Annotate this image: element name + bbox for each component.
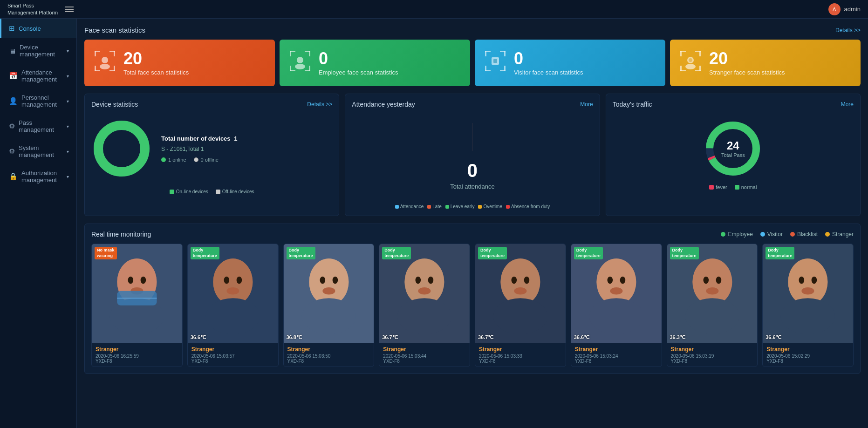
svg-point-94 xyxy=(802,287,814,295)
att-dot-absence xyxy=(506,205,510,209)
monitor-device: YXD-F8 xyxy=(191,359,274,364)
device-stats-header: Device statistics Details >> xyxy=(91,101,332,108)
svg-rect-5 xyxy=(95,66,96,71)
monitor-time: 2020-05-06 15:03:33 xyxy=(479,353,562,359)
sidebar-item-label: Attendance management xyxy=(21,69,67,83)
traffic-header: Today's traffic More xyxy=(613,101,854,108)
monitor-badge: Bodytemperature xyxy=(382,247,411,259)
stat-text-visitor: 0 Visitor face scan statistics xyxy=(514,50,583,76)
monitor-thumbnail: Bodytemperature36.8℃ xyxy=(284,244,374,343)
monitor-card[interactable]: Bodytemperature36.6℃ Stranger2020-05-06 … xyxy=(187,244,279,367)
sidebar-item-attendance[interactable]: 📅 Attendance management ▾ xyxy=(0,63,76,88)
traffic-count: 24 xyxy=(721,139,745,152)
online-legend: 1 online xyxy=(161,157,186,163)
monitor-card[interactable]: Bodytemperature36.7℃ Stranger2020-05-06 … xyxy=(379,244,470,367)
monitor-badge: Bodytemperature xyxy=(670,247,699,259)
monitor-device: YXD-F8 xyxy=(383,359,466,364)
employee-scan-icon xyxy=(289,50,311,76)
normal-label: normal xyxy=(741,184,757,190)
device-stats-details[interactable]: Details >> xyxy=(307,101,332,108)
offline-device-box xyxy=(216,190,220,194)
attendance-more[interactable]: More xyxy=(580,101,593,108)
fever-label: fever xyxy=(716,184,727,190)
monitor-card[interactable]: Bodytemperature36.3℃ Stranger2020-05-06 … xyxy=(667,244,758,367)
sidebar-item-console[interactable]: ⊞ Console xyxy=(0,19,76,38)
fever-legend: fever xyxy=(709,184,727,190)
att-dot-overtime xyxy=(478,205,482,209)
monitoring-header: Real time monitoring Employee Visitor Bl… xyxy=(91,231,854,238)
monitor-card[interactable]: No maskwearing Stranger2020-05-06 16:25:… xyxy=(91,244,183,367)
svg-point-95 xyxy=(781,298,835,334)
main-content: Face scan statistics Details >> xyxy=(77,19,868,428)
svg-point-8 xyxy=(102,57,108,63)
svg-point-75 xyxy=(524,277,530,284)
monitor-type: Stranger xyxy=(766,346,849,353)
svg-rect-7 xyxy=(114,66,115,71)
monitor-badge: Bodytemperature xyxy=(574,247,603,259)
employee-number: 0 xyxy=(319,50,398,67)
menu-toggle[interactable] xyxy=(65,7,74,12)
sidebar-item-label: Pass management xyxy=(19,119,67,133)
monitor-time: 2020-05-06 15:03:50 xyxy=(287,353,370,359)
temperature-value: 36.6℃ xyxy=(765,334,781,340)
chevron-down-icon: ▾ xyxy=(67,48,69,54)
monitor-info: Stranger2020-05-06 15:03:33YXD-F8 xyxy=(475,343,566,367)
traffic-more[interactable]: More xyxy=(841,101,854,108)
svg-rect-15 xyxy=(290,66,291,71)
svg-point-69 xyxy=(428,277,434,284)
stat-card-total: 20 Total face scan statistics xyxy=(84,40,275,86)
monitor-info: Stranger2020-05-06 15:02:29YXD-F8 xyxy=(763,343,853,367)
monitor-card[interactable]: Bodytemperature36.6℃ Stranger2020-05-06 … xyxy=(571,244,662,367)
chevron-down-icon: ▾ xyxy=(67,74,69,79)
svg-rect-3 xyxy=(114,51,115,56)
device-donut-chart xyxy=(91,118,152,179)
employee-mon-dot xyxy=(721,232,725,237)
monitor-thumbnail: Bodytemperature36.6℃ xyxy=(571,244,662,343)
monitor-time: 2020-05-06 15:02:29 xyxy=(766,353,849,359)
monitor-type: Stranger xyxy=(191,346,274,353)
monitor-card[interactable]: Bodytemperature36.6℃ Stranger2020-05-06 … xyxy=(762,244,854,367)
monitor-card[interactable]: Bodytemperature36.8℃ Stranger2020-05-06 … xyxy=(283,244,375,367)
monitor-type: Stranger xyxy=(383,346,466,353)
svg-point-19 xyxy=(295,64,305,69)
monitor-type: Stranger xyxy=(287,346,370,353)
svg-point-63 xyxy=(332,277,338,284)
sidebar-item-personnel[interactable]: 👤 Personnel management ▾ xyxy=(0,88,76,114)
brand-title: Smart PassManagement Platform xyxy=(7,2,58,16)
svg-rect-35 xyxy=(680,66,682,71)
svg-point-80 xyxy=(607,277,613,284)
sidebar-item-authorization[interactable]: 🔒 Authorization management ▾ xyxy=(0,164,76,189)
pass-icon: ⚙ xyxy=(9,122,15,130)
device-total-text: Total number of devices 1 xyxy=(161,135,332,142)
total-scan-icon xyxy=(94,50,116,76)
monitor-info: Stranger2020-05-06 15:03:24YXD-F8 xyxy=(571,343,662,367)
face-scan-title: Face scan statistics xyxy=(84,26,145,34)
face-scan-details-link[interactable]: Details >> xyxy=(835,27,861,34)
sidebar-item-label: Personnel management xyxy=(21,94,67,108)
temperature-value: 36.6℃ xyxy=(191,334,206,340)
avatar: A xyxy=(828,3,841,15)
traffic-legend: fever normal xyxy=(709,184,757,190)
monitor-thumbnail: No maskwearing xyxy=(92,244,182,343)
stat-card-visitor: 0 Visitor face scan statistics xyxy=(475,40,665,86)
normal-legend: normal xyxy=(735,184,757,190)
stranger-mon-legend: Stranger xyxy=(825,231,854,238)
monitor-card[interactable]: Bodytemperature36.7℃ Stranger2020-05-06 … xyxy=(475,244,566,367)
sidebar-item-device[interactable]: 🖥 Device management ▾ xyxy=(0,38,76,63)
visitor-mon-legend: Visitor xyxy=(760,231,783,238)
topbar: Smart PassManagement Platform A admin xyxy=(0,0,868,19)
monitor-device: YXD-F8 xyxy=(479,359,562,364)
device-model: S - Z1081,Total 1 xyxy=(161,146,332,152)
svg-rect-23 xyxy=(504,51,506,56)
svg-point-86 xyxy=(703,277,709,284)
online-device-box xyxy=(170,190,174,194)
stat-text-employee: 0 Employee face scan statistics xyxy=(319,50,398,76)
sidebar-item-pass[interactable]: ⚙ Pass management ▾ xyxy=(0,114,76,139)
att-legend-attendance: Attendance xyxy=(395,204,424,209)
stranger-scan-icon xyxy=(679,50,702,76)
monitor-info: Stranger2020-05-06 15:03:44YXD-F8 xyxy=(379,343,470,367)
monitor-badge: Bodytemperature xyxy=(191,247,219,259)
sidebar-item-system[interactable]: ⚙ System management ▾ xyxy=(0,139,76,164)
att-legend-leave-early: Leave early xyxy=(445,204,475,209)
attendance-panel: Attendance yesterday More 0 Total attend… xyxy=(345,94,600,216)
